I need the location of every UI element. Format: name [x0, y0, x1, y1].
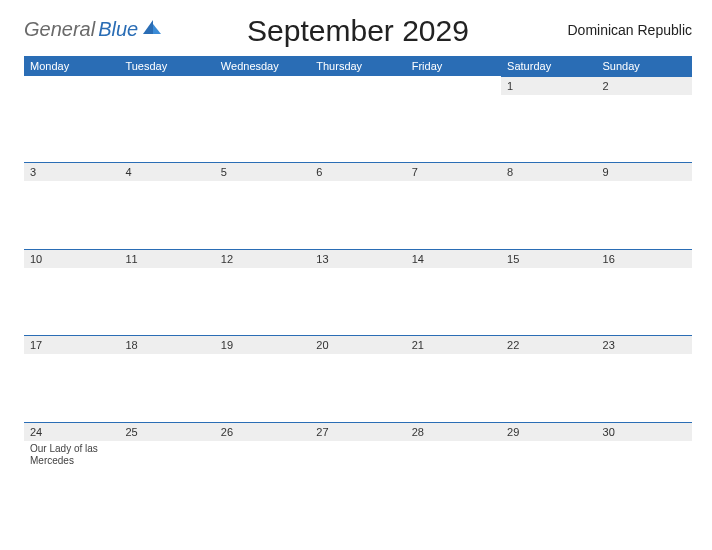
logo-text-blue: Blue	[98, 18, 138, 41]
day-num	[24, 76, 119, 95]
day-note: Our Lady of las Mercedes	[24, 441, 119, 509]
logo-mark-icon	[143, 20, 161, 40]
day-num: 3	[24, 163, 119, 182]
day-note	[215, 354, 310, 422]
day-num: 18	[119, 336, 214, 355]
week-num-row: 24 25 26 27 28 29 30	[24, 422, 692, 441]
day-note	[215, 181, 310, 249]
day-header: Saturday	[501, 56, 596, 76]
logo: General Blue	[24, 12, 184, 41]
week-body-row: Our Lady of las Mercedes	[24, 441, 692, 509]
day-header: Sunday	[597, 56, 692, 76]
day-num: 22	[501, 336, 596, 355]
day-note	[24, 268, 119, 336]
week-num-row: 3 4 5 6 7 8 9	[24, 163, 692, 182]
day-num: 26	[215, 422, 310, 441]
day-num: 2	[597, 76, 692, 95]
calendar-table: Monday Tuesday Wednesday Thursday Friday…	[24, 56, 692, 509]
day-num: 29	[501, 422, 596, 441]
day-header: Monday	[24, 56, 119, 76]
day-note	[597, 95, 692, 163]
week-num-row: 17 18 19 20 21 22 23	[24, 336, 692, 355]
day-num: 11	[119, 249, 214, 268]
day-note	[406, 181, 501, 249]
day-header-row: Monday Tuesday Wednesday Thursday Friday…	[24, 56, 692, 76]
day-note	[24, 95, 119, 163]
day-note	[597, 354, 692, 422]
day-note	[24, 181, 119, 249]
day-num: 9	[597, 163, 692, 182]
day-note	[501, 441, 596, 509]
day-num: 15	[501, 249, 596, 268]
week-num-row: 10 11 12 13 14 15 16	[24, 249, 692, 268]
day-num: 23	[597, 336, 692, 355]
day-num: 10	[24, 249, 119, 268]
day-num: 24	[24, 422, 119, 441]
day-num: 1	[501, 76, 596, 95]
day-note	[119, 441, 214, 509]
day-num: 12	[215, 249, 310, 268]
day-note	[597, 268, 692, 336]
day-note	[119, 268, 214, 336]
logo-text-general: General	[24, 18, 95, 41]
day-note	[119, 95, 214, 163]
page-title: September 2029	[184, 12, 532, 48]
day-note	[119, 354, 214, 422]
day-num: 8	[501, 163, 596, 182]
day-num: 21	[406, 336, 501, 355]
day-num	[406, 76, 501, 95]
day-note	[406, 268, 501, 336]
day-num: 13	[310, 249, 405, 268]
week-body-row	[24, 95, 692, 163]
day-num: 5	[215, 163, 310, 182]
day-header: Tuesday	[119, 56, 214, 76]
day-note	[24, 354, 119, 422]
day-num: 28	[406, 422, 501, 441]
day-num: 17	[24, 336, 119, 355]
day-note	[310, 95, 405, 163]
day-note	[406, 95, 501, 163]
country-label: Dominican Republic	[532, 12, 692, 38]
week-num-row: 1 2	[24, 76, 692, 95]
day-note	[215, 95, 310, 163]
week-body-row	[24, 181, 692, 249]
day-note	[501, 354, 596, 422]
day-num: 16	[597, 249, 692, 268]
day-num: 4	[119, 163, 214, 182]
day-note	[215, 441, 310, 509]
day-note	[406, 441, 501, 509]
day-note	[597, 181, 692, 249]
day-note	[597, 441, 692, 509]
day-num: 25	[119, 422, 214, 441]
day-num: 27	[310, 422, 405, 441]
header: General Blue September 2029 Dominican Re…	[24, 12, 692, 48]
day-num	[215, 76, 310, 95]
day-num: 14	[406, 249, 501, 268]
day-num: 7	[406, 163, 501, 182]
day-note	[310, 354, 405, 422]
day-note	[215, 268, 310, 336]
day-num: 6	[310, 163, 405, 182]
day-header: Friday	[406, 56, 501, 76]
day-note	[406, 354, 501, 422]
day-num: 20	[310, 336, 405, 355]
day-num	[119, 76, 214, 95]
day-note	[501, 181, 596, 249]
day-note	[310, 268, 405, 336]
day-header: Thursday	[310, 56, 405, 76]
day-num	[310, 76, 405, 95]
day-note	[310, 181, 405, 249]
day-note	[310, 441, 405, 509]
day-note	[501, 268, 596, 336]
week-body-row	[24, 268, 692, 336]
day-note	[501, 95, 596, 163]
week-body-row	[24, 354, 692, 422]
day-header: Wednesday	[215, 56, 310, 76]
day-note	[119, 181, 214, 249]
day-num: 19	[215, 336, 310, 355]
day-num: 30	[597, 422, 692, 441]
